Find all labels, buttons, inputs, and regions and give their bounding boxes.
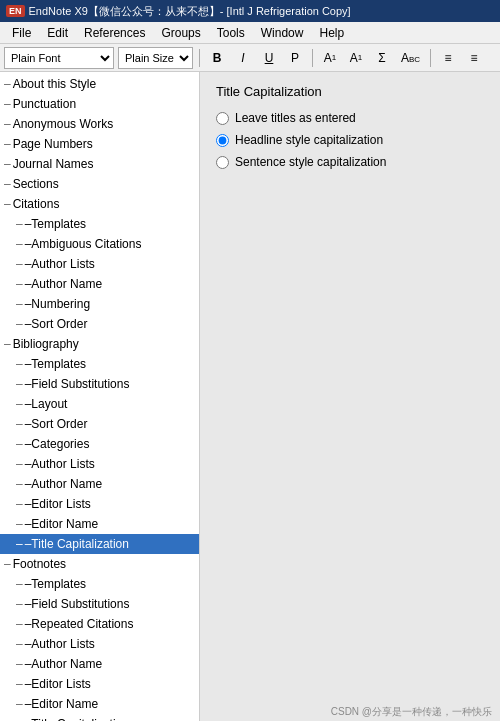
tree-citations-templates[interactable]: –Templates: [0, 214, 199, 234]
smallcaps-button[interactable]: Abc: [397, 47, 424, 69]
tree-punctuation[interactable]: Punctuation: [0, 94, 199, 114]
tree-citations-author-name[interactable]: –Author Name: [0, 274, 199, 294]
menu-help[interactable]: Help: [311, 24, 352, 42]
tree-biblio-field-substitutions[interactable]: –Field Substitutions: [0, 374, 199, 394]
tree-footnotes-author-name[interactable]: –Author Name: [0, 654, 199, 674]
watermark: CSDN @分享是一种传递，一种快乐: [331, 705, 492, 719]
tree-footnotes-repeated[interactable]: –Repeated Citations: [0, 614, 199, 634]
option-sentence[interactable]: Sentence style capitalization: [216, 155, 484, 169]
main-content: About this Style Punctuation Anonymous W…: [0, 72, 500, 721]
tree-biblio-author-lists[interactable]: –Author Lists: [0, 454, 199, 474]
radio-group-title-cap: Leave titles as entered Headline style c…: [216, 111, 484, 169]
menu-window[interactable]: Window: [253, 24, 312, 42]
option-headline-label: Headline style capitalization: [235, 133, 383, 147]
toolbar-separator-2: [312, 49, 313, 67]
tree-anonymous-works[interactable]: Anonymous Works: [0, 114, 199, 134]
size-select[interactable]: Plain Size: [118, 47, 193, 69]
radio-sentence[interactable]: [216, 156, 229, 169]
tree-biblio-layout[interactable]: –Layout: [0, 394, 199, 414]
option-sentence-label: Sentence style capitalization: [235, 155, 386, 169]
tree-citations-author-lists[interactable]: –Author Lists: [0, 254, 199, 274]
tree-citations-numbering[interactable]: –Numbering: [0, 294, 199, 314]
menu-groups[interactable]: Groups: [153, 24, 208, 42]
bold-button[interactable]: B: [206, 47, 228, 69]
tree-biblio-title-cap[interactable]: –Title Capitalization: [0, 534, 199, 554]
italic-button[interactable]: I: [232, 47, 254, 69]
menu-tools[interactable]: Tools: [209, 24, 253, 42]
toolbar-separator-3: [430, 49, 431, 67]
subscript-button[interactable]: A1: [345, 47, 367, 69]
tree-biblio-sort-order[interactable]: –Sort Order: [0, 414, 199, 434]
menu-edit[interactable]: Edit: [39, 24, 76, 42]
tree-journal-names[interactable]: Journal Names: [0, 154, 199, 174]
sigma-button[interactable]: Σ: [371, 47, 393, 69]
option-leave-label: Leave titles as entered: [235, 111, 356, 125]
tree-footnotes-group[interactable]: Footnotes: [0, 554, 199, 574]
tree-about-style[interactable]: About this Style: [0, 74, 199, 94]
tree-citations-group[interactable]: Citations: [0, 194, 199, 214]
title-bar-text: EndNote X9【微信公众号：从来不想】- [Intl J Refriger…: [29, 4, 351, 19]
title-bar: EN EndNote X9【微信公众号：从来不想】- [Intl J Refri…: [0, 0, 500, 22]
tree-biblio-editor-name[interactable]: –Editor Name: [0, 514, 199, 534]
menu-references[interactable]: References: [76, 24, 153, 42]
tree-footnotes-templates[interactable]: –Templates: [0, 574, 199, 594]
align-left-button[interactable]: ≡: [437, 47, 459, 69]
tree-bibliography-group[interactable]: Bibliography: [0, 334, 199, 354]
tree-citations-sort-order[interactable]: –Sort Order: [0, 314, 199, 334]
tree-ambiguous-citations[interactable]: –Ambiguous Citations: [0, 234, 199, 254]
tree-footnotes-editor-name[interactable]: –Editor Name: [0, 694, 199, 714]
tree-biblio-templates[interactable]: –Templates: [0, 354, 199, 374]
superscript-button[interactable]: A1: [319, 47, 341, 69]
tree-biblio-author-name[interactable]: –Author Name: [0, 474, 199, 494]
font-select[interactable]: Plain Font: [4, 47, 114, 69]
radio-leave[interactable]: [216, 112, 229, 125]
tree-footnotes-title-cap[interactable]: –Title Capitalization: [0, 714, 199, 721]
tree-biblio-editor-lists[interactable]: –Editor Lists: [0, 494, 199, 514]
plain-button[interactable]: P: [284, 47, 306, 69]
tree-page-numbers[interactable]: Page Numbers: [0, 134, 199, 154]
underline-button[interactable]: U: [258, 47, 280, 69]
radio-headline[interactable]: [216, 134, 229, 147]
tree-sections[interactable]: Sections: [0, 174, 199, 194]
tree-footnotes-author-lists[interactable]: –Author Lists: [0, 634, 199, 654]
panel-title: Title Capitalization: [216, 84, 484, 99]
tree-biblio-categories[interactable]: –Categories: [0, 434, 199, 454]
option-headline[interactable]: Headline style capitalization: [216, 133, 484, 147]
toolbar-separator-1: [199, 49, 200, 67]
en-logo: EN: [6, 5, 25, 17]
tree-footnotes-editor-lists[interactable]: –Editor Lists: [0, 674, 199, 694]
option-leave[interactable]: Leave titles as entered: [216, 111, 484, 125]
menu-bar: File Edit References Groups Tools Window…: [0, 22, 500, 44]
left-panel: About this Style Punctuation Anonymous W…: [0, 72, 200, 721]
right-panel: Title Capitalization Leave titles as ent…: [200, 72, 500, 721]
toolbar: Plain Font Plain Size B I U P A1 A1 Σ Ab…: [0, 44, 500, 72]
tree-footnotes-field-subs[interactable]: –Field Substitutions: [0, 594, 199, 614]
align-right-button[interactable]: ≡: [463, 47, 485, 69]
menu-file[interactable]: File: [4, 24, 39, 42]
